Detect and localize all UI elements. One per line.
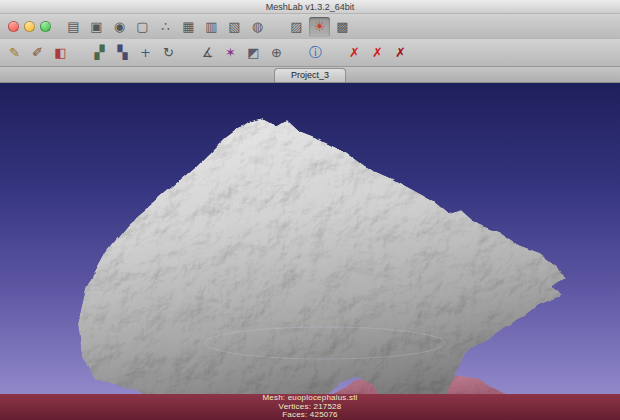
window-title: MeshLab v1.3.2_64bit xyxy=(266,2,355,12)
toolbar-glyph: ◩ xyxy=(247,46,259,59)
toolbar-glyph: ▩ xyxy=(336,20,348,33)
render-toolbar-icons: ▤▣◉▢∴▦▥▧◍▨☀▩ xyxy=(63,17,353,37)
select-faces-icon[interactable]: ▞ xyxy=(89,43,110,63)
select-vertices-icon[interactable]: ▚ xyxy=(112,43,133,63)
rotate-tool-icon[interactable]: ↻ xyxy=(158,43,179,63)
toolbar-glyph: ▦ xyxy=(182,20,194,33)
toolbar-glyph: ✗ xyxy=(372,46,383,59)
mesh-info-overlay: Mesh: euoplocephalus.stl Vertices: 21752… xyxy=(0,394,620,420)
toolbar-glyph: ▨ xyxy=(290,20,302,33)
toolbar-glyph: ◧ xyxy=(54,46,66,59)
pick-points-icon[interactable]: ✶ xyxy=(220,43,241,63)
toolbar-glyph: ▣ xyxy=(90,20,102,33)
brush-paint-icon[interactable]: ✐ xyxy=(27,43,48,63)
snapshot-icon[interactable]: ◉ xyxy=(109,17,130,37)
info-icon[interactable]: ⓘ xyxy=(305,43,326,63)
toolbar-glyph: ◍ xyxy=(252,20,263,33)
mesh-faces-text: Faces: 425076 xyxy=(282,411,338,420)
toolbar-glyph: + xyxy=(140,46,151,59)
measure-tool-icon[interactable]: ∡ xyxy=(197,43,218,63)
toolbar-glyph: ✎ xyxy=(9,46,20,59)
toolbar-glyph: ∴ xyxy=(161,20,169,33)
toolbar-glyph: ▚ xyxy=(118,46,128,59)
edit-toolbar-icons: ✎✐◧▞▚+↻∡✶◩⊕ⓘ✗✗✗ xyxy=(4,43,411,63)
toolbar-glyph: ✗ xyxy=(349,46,360,59)
toolbar-glyph: ◉ xyxy=(114,20,125,33)
flat-lines-render-icon[interactable]: ▧ xyxy=(224,17,245,37)
hidden-lines-render-icon[interactable]: ▥ xyxy=(201,17,222,37)
close-button[interactable] xyxy=(8,21,19,32)
mesh-euoplocephalus xyxy=(78,117,566,420)
toolbar-glyph: ↻ xyxy=(163,46,174,59)
meshlab-window: MeshLab v1.3.2_64bit ▤▣◉▢∴▦▥▧◍▨☀▩ ✎✐◧▞▚+… xyxy=(0,0,620,420)
background-toggle-icon[interactable]: ▩ xyxy=(332,17,353,37)
delete-all-icon[interactable]: ✗ xyxy=(390,43,411,63)
light-toggle-icon[interactable]: ☀ xyxy=(309,17,330,37)
texture-render-icon[interactable]: ▨ xyxy=(286,17,307,37)
mesh-render-canvas xyxy=(0,83,620,420)
bbox-render-icon[interactable]: ▢ xyxy=(132,17,153,37)
toolbar-row-1: ▤▣◉▢∴▦▥▧◍▨☀▩ xyxy=(0,14,620,39)
toolbar-glyph: ▧ xyxy=(228,20,240,33)
title-bar[interactable]: MeshLab v1.3.2_64bit xyxy=(0,0,620,14)
tab-project-3[interactable]: Project_3 xyxy=(274,68,346,82)
wireframe-render-icon[interactable]: ▦ xyxy=(178,17,199,37)
toolbar-glyph: ▥ xyxy=(205,20,217,33)
image-texture-icon[interactable]: ◧ xyxy=(50,43,71,63)
open-project-icon[interactable]: ▤ xyxy=(63,17,84,37)
toolbar-glyph: ▤ xyxy=(67,20,79,33)
toolbar-row-2: ✎✐◧▞▚+↻∡✶◩⊕ⓘ✗✗✗ xyxy=(0,39,620,67)
manipulate-tool-icon[interactable]: + xyxy=(135,43,156,63)
smooth-render-icon[interactable]: ◍ xyxy=(247,17,268,37)
tab-strip: Project_3 xyxy=(0,67,620,83)
zoom-button[interactable] xyxy=(40,21,51,32)
window-controls xyxy=(8,21,51,32)
delete-raster-icon[interactable]: ✗ xyxy=(367,43,388,63)
align-tool-icon[interactable]: ⊕ xyxy=(266,43,287,63)
toolbar-glyph: ▢ xyxy=(136,20,148,33)
toolbar-glyph: ⓘ xyxy=(309,46,322,59)
pencil-edit-icon[interactable]: ✎ xyxy=(4,43,25,63)
minimize-button[interactable] xyxy=(24,21,35,32)
points-render-icon[interactable]: ∴ xyxy=(155,17,176,37)
3d-viewport[interactable]: Mesh: euoplocephalus.stl Vertices: 21752… xyxy=(0,83,620,420)
toolbar-glyph: ∡ xyxy=(202,46,214,59)
open-mesh-icon[interactable]: ▣ xyxy=(86,17,107,37)
delete-mesh-icon[interactable]: ✗ xyxy=(344,43,365,63)
toolbar-glyph: ✐ xyxy=(32,46,43,59)
toolbar-glyph: ✶ xyxy=(225,46,236,59)
zpaint-tool-icon[interactable]: ◩ xyxy=(243,43,264,63)
toolbar-glyph: ⊕ xyxy=(271,46,282,59)
toolbar-glyph: ✗ xyxy=(395,46,406,59)
toolbar-glyph: ☀ xyxy=(314,20,326,33)
toolbar-glyph: ▞ xyxy=(95,46,105,59)
